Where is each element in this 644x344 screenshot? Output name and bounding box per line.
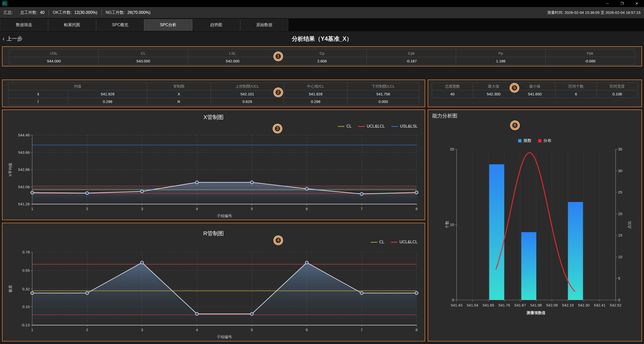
svg-text:1: 1 [31, 328, 33, 332]
main-content: 1 USL CL LSL Cp Cpk Pp Ppk 544.000 543.0… [0, 46, 644, 341]
svg-text:541.26: 541.26 [18, 202, 30, 206]
callout-5-badge: 5 [510, 84, 519, 92]
back-label: 上一步 [7, 35, 22, 42]
ctl-xbar-symbol: x̄ [8, 90, 68, 98]
r-chart[interactable]: 0.780.550.320.10-0.1312345678极差子组编号 [3, 241, 425, 341]
ctl-rbar-mean: 0.298 [68, 98, 147, 105]
legend-swatch-icon [358, 126, 365, 127]
tab-SPC概览[interactable]: SPC概览 [96, 19, 144, 31]
tab-数据筛选[interactable]: 数据筛选 [0, 19, 48, 31]
capability-chart-title: 能力分析图 [428, 110, 641, 119]
ctl-header-lcl: 下控制限/LCL [347, 83, 419, 90]
svg-text:542.19: 542.19 [562, 303, 574, 307]
xbar-chart[interactable]: 544.46543.66542.86542.06541.2612345678X平… [3, 128, 425, 220]
observation-stats-table: 总观测数 最大值 最小值 区间个数 区间宽度 40 542.300 541.65… [432, 83, 638, 98]
svg-text:占比: 占比 [627, 221, 631, 228]
control-limit-panel: 2 均值 管制限 上控制限/UCL 中心线/CL 下控制限/LCL x̄ [2, 80, 425, 107]
spec-value-cpk: -0.187 [367, 57, 456, 65]
tab-趋势图[interactable]: 趋势图 [192, 19, 240, 31]
svg-text:1: 1 [31, 207, 33, 211]
svg-text:5: 5 [618, 276, 620, 280]
ctl-header-mean: 均值 [8, 83, 147, 90]
svg-text:542.52: 542.52 [610, 303, 621, 307]
ctl-rbar-ucl: 0.629 [211, 98, 284, 105]
svg-text:2: 2 [86, 207, 88, 211]
summary-item-2: NG工件数:28(70.000%) [101, 10, 154, 15]
stats-value-total: 40 [432, 90, 473, 98]
ctl-xbar-type: X [147, 90, 211, 98]
svg-text:25: 25 [618, 190, 622, 194]
control-limit-table: 均值 管制限 上控制限/UCL 中心线/CL 下控制限/LCL x̄ 541.9… [8, 83, 419, 105]
stats-header-bins: 区间个数 [555, 83, 597, 90]
svg-text:541.65: 541.65 [482, 303, 494, 307]
stats-header-min: 最小值 [514, 83, 555, 90]
svg-text:7: 7 [361, 207, 363, 211]
spec-header-cp: Cp [277, 49, 367, 57]
app-logo-icon: MET RICS [2, 1, 8, 6]
summary-item-value: 12(30.000%) [74, 10, 97, 15]
measure-time-value: 2026-02-04 15:36:05 至 2026-02-04 18:57:1… [565, 10, 640, 15]
legend-swatch-icon [391, 126, 398, 127]
svg-text:35: 35 [618, 147, 622, 151]
stats-value-bins: 6 [555, 90, 597, 98]
svg-text:5: 5 [251, 207, 253, 211]
svg-text:542.08: 542.08 [546, 303, 558, 307]
close-button[interactable]: ✕ [629, 0, 644, 7]
ctl-xbar-lcl: 541.756 [347, 90, 419, 98]
svg-text:8: 8 [416, 207, 418, 211]
spec-header-ppk: Ppk [545, 49, 635, 57]
legend-label: 分布 [543, 138, 551, 143]
svg-text:10: 10 [450, 222, 454, 227]
stats-header-total: 总观测数 [432, 83, 473, 90]
svg-text:0: 0 [618, 298, 620, 302]
restore-button[interactable]: ❐ [615, 0, 629, 7]
legend-swatch-icon [538, 139, 541, 142]
svg-text:5: 5 [251, 328, 253, 332]
callout-4-badge: 4 [274, 236, 283, 245]
summary-item-1: OK工件数:12(30.000%) [49, 10, 101, 15]
window-titlebar: MET RICS ─ ❐ ✕ [0, 0, 644, 7]
ctl-rbar-cl: 0.298 [284, 98, 347, 105]
svg-text:测量项数值: 测量项数值 [527, 311, 546, 315]
svg-text:542.06: 542.06 [18, 185, 30, 189]
back-chevron-icon: ‹ [3, 35, 5, 42]
capability-chart[interactable]: 0102005101520253035541.43541.54541.65541… [428, 147, 641, 339]
minimize-button[interactable]: ─ [600, 0, 615, 7]
svg-text:20: 20 [618, 212, 622, 216]
svg-text:544.46: 544.46 [18, 133, 30, 137]
legend-item-频数[interactable]: 频数 [518, 138, 532, 143]
summary-items: 总工件数:40OK工件数:12(30.000%)NG工件数:28(70.000%… [16, 10, 154, 15]
svg-text:541.76: 541.76 [499, 303, 510, 307]
callout-2-badge: 2 [274, 88, 283, 97]
tab-SPC分析[interactable]: SPC分析 [144, 19, 192, 31]
xbar-chart-title: X管制图 [3, 110, 425, 121]
spec-table-panel: 1 USL CL LSL Cp Cpk Pp Ppk 544.000 543.0… [2, 46, 642, 66]
svg-text:4: 4 [196, 328, 198, 332]
legend-item-分布[interactable]: 分布 [538, 138, 551, 143]
spec-header-cl: CL [99, 49, 188, 57]
svg-text:0.78: 0.78 [22, 250, 30, 254]
legend-swatch-icon [338, 126, 344, 127]
ctl-xbar-mean: 541.928 [68, 90, 147, 98]
back-button[interactable]: ‹ 上一步 [3, 35, 22, 42]
svg-text:3: 3 [141, 207, 143, 211]
ctl-xbar-ucl: 542.101 [211, 90, 284, 98]
tab-原始数据[interactable]: 原始数据 [240, 19, 288, 31]
stats-header-max: 最大值 [473, 83, 514, 90]
svg-text:子组编号: 子组编号 [217, 214, 232, 218]
legend-swatch-icon [518, 139, 521, 142]
measure-time: 测量时间: 2026-02-04 15:36:05 至 2026-02-04 1… [547, 10, 640, 15]
stats-value-max: 542.300 [473, 90, 514, 98]
svg-text:541.98: 541.98 [530, 303, 542, 307]
tab-帕累托图[interactable]: 帕累托图 [48, 19, 96, 31]
summary-item-label: OK工件数: [53, 10, 72, 15]
r-chart-panel: 4 R管制图 CLUCL&LCL 0.780.550.320.10-0.1312… [2, 223, 425, 341]
svg-text:个数: 个数 [445, 221, 449, 228]
svg-text:542.30: 542.30 [578, 303, 590, 307]
ctl-header-ucl: 上控制限/UCL [211, 83, 284, 90]
tab-bar: 数据筛选帕累托图SPC概览SPC分析趋势图原始数据 [0, 19, 644, 31]
ctl-rbar-type: R [147, 98, 211, 105]
svg-text:0: 0 [452, 298, 454, 302]
svg-text:542.86: 542.86 [18, 167, 30, 172]
ctl-rbar-lcl: 0.000 [347, 98, 419, 105]
